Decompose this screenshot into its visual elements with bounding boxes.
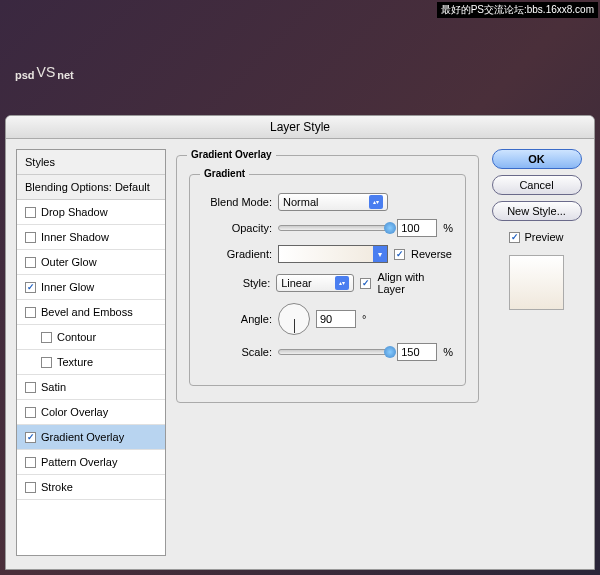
effect-checkbox[interactable] <box>25 307 36 318</box>
effect-checkbox[interactable] <box>25 282 36 293</box>
gradient-picker[interactable]: ▾ <box>278 245 388 263</box>
dialog-title: Layer Style <box>6 116 594 139</box>
watermark-banner: 最好的PS交流论坛:bbs.16xx8.com <box>437 2 598 18</box>
opacity-label: Opacity: <box>202 222 272 234</box>
gradient-label: Gradient: <box>202 248 272 260</box>
effect-checkbox[interactable] <box>25 482 36 493</box>
opacity-input[interactable] <box>397 219 437 237</box>
new-style-button[interactable]: New Style... <box>492 201 582 221</box>
sidebar-item-label: Satin <box>41 381 66 393</box>
sidebar-item-inner-shadow[interactable]: Inner Shadow <box>17 225 165 250</box>
sidebar-item-gradient-overlay[interactable]: Gradient Overlay <box>17 425 165 450</box>
sidebar-item-color-overlay[interactable]: Color Overlay <box>17 400 165 425</box>
sidebar-item-label: Texture <box>57 356 93 368</box>
sidebar-item-label: Outer Glow <box>41 256 97 268</box>
sidebar-item-bevel-and-emboss[interactable]: Bevel and Emboss <box>17 300 165 325</box>
ok-button[interactable]: OK <box>492 149 582 169</box>
angle-label: Angle: <box>202 313 272 325</box>
opacity-slider[interactable] <box>278 225 391 231</box>
angle-unit: ° <box>362 313 366 325</box>
cancel-button[interactable]: Cancel <box>492 175 582 195</box>
angle-input[interactable] <box>316 310 356 328</box>
sidebar-item-satin[interactable]: Satin <box>17 375 165 400</box>
sidebar-item-contour[interactable]: Contour <box>17 325 165 350</box>
sidebar-item-drop-shadow[interactable]: Drop Shadow <box>17 200 165 225</box>
scale-slider[interactable] <box>278 349 391 355</box>
sidebar-item-label: Drop Shadow <box>41 206 108 218</box>
effect-checkbox[interactable] <box>41 332 52 343</box>
sidebar-item-label: Gradient Overlay <box>41 431 124 443</box>
dropdown-arrows-icon: ▴▾ <box>335 276 349 290</box>
effect-checkbox[interactable] <box>25 457 36 468</box>
align-label: Align with Layer <box>377 271 453 295</box>
sidebar-item-pattern-overlay[interactable]: Pattern Overlay <box>17 450 165 475</box>
effect-checkbox[interactable] <box>25 257 36 268</box>
gradient-overlay-panel: Gradient Overlay Gradient Blend Mode: No… <box>176 149 479 556</box>
preview-checkbox[interactable] <box>509 232 520 243</box>
effect-checkbox[interactable] <box>41 357 52 368</box>
dialog-buttons: OK Cancel New Style... Preview <box>489 149 584 556</box>
dropdown-arrows-icon: ▴▾ <box>369 195 383 209</box>
dropdown-arrow-icon: ▾ <box>373 246 387 262</box>
scale-label: Scale: <box>202 346 272 358</box>
opacity-unit: % <box>443 222 453 234</box>
sidebar-item-label: Inner Shadow <box>41 231 109 243</box>
preview-swatch <box>509 255 564 310</box>
align-checkbox[interactable] <box>360 278 371 289</box>
styles-header[interactable]: Styles <box>17 150 165 175</box>
reverse-label: Reverse <box>411 248 452 260</box>
effect-checkbox[interactable] <box>25 207 36 218</box>
sidebar-item-label: Color Overlay <box>41 406 108 418</box>
sidebar-item-stroke[interactable]: Stroke <box>17 475 165 500</box>
styles-sidebar: Styles Blending Options: Default Drop Sh… <box>16 149 166 556</box>
blending-options-header[interactable]: Blending Options: Default <box>17 175 165 200</box>
sidebar-item-label: Contour <box>57 331 96 343</box>
sidebar-item-inner-glow[interactable]: Inner Glow <box>17 275 165 300</box>
blend-mode-select[interactable]: Normal ▴▾ <box>278 193 388 211</box>
scale-unit: % <box>443 346 453 358</box>
effect-checkbox[interactable] <box>25 407 36 418</box>
psd-vs-net-logo: psdVSnet <box>15 50 74 87</box>
style-label: Style: <box>202 277 270 289</box>
effect-checkbox[interactable] <box>25 232 36 243</box>
panel-title: Gradient Overlay <box>187 149 276 160</box>
sidebar-item-texture[interactable]: Texture <box>17 350 165 375</box>
scale-input[interactable] <box>397 343 437 361</box>
sidebar-item-label: Bevel and Emboss <box>41 306 133 318</box>
layer-style-dialog: Layer Style Styles Blending Options: Def… <box>5 115 595 570</box>
reverse-checkbox[interactable] <box>394 249 405 260</box>
sidebar-item-label: Inner Glow <box>41 281 94 293</box>
preview-label: Preview <box>524 231 563 243</box>
sidebar-item-label: Pattern Overlay <box>41 456 117 468</box>
sidebar-item-label: Stroke <box>41 481 73 493</box>
style-select[interactable]: Linear ▴▾ <box>276 274 354 292</box>
effect-checkbox[interactable] <box>25 432 36 443</box>
blend-mode-label: Blend Mode: <box>202 196 272 208</box>
effect-checkbox[interactable] <box>25 382 36 393</box>
angle-dial[interactable] <box>278 303 310 335</box>
gradient-group-label: Gradient <box>200 168 249 179</box>
sidebar-item-outer-glow[interactable]: Outer Glow <box>17 250 165 275</box>
